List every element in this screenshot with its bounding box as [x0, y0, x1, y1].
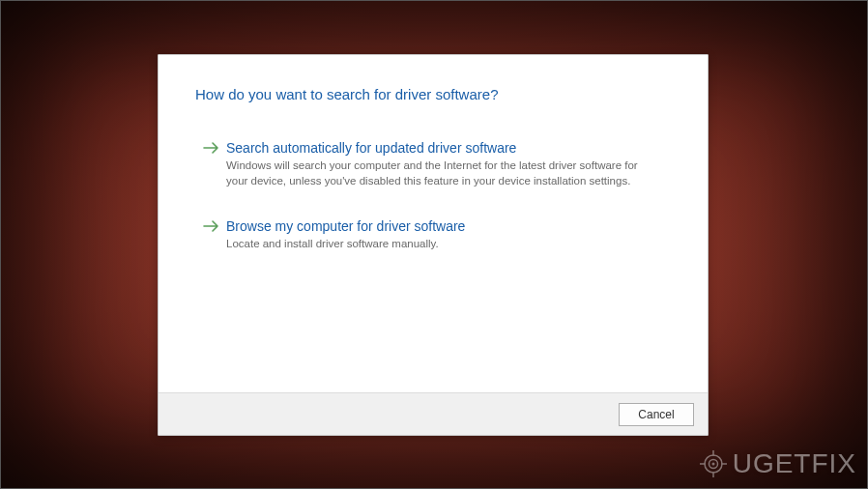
option-description: Locate and install driver software manua… — [226, 237, 651, 252]
option-text: Browse my computer for driver software L… — [222, 217, 671, 252]
option-title: Search automatically for updated driver … — [226, 139, 671, 157]
dialog-title: How do you want to search for driver sof… — [195, 86, 671, 102]
target-icon — [700, 450, 727, 477]
driver-update-dialog: How do you want to search for driver sof… — [158, 54, 709, 436]
watermark-text: UGETFIX — [733, 448, 856, 479]
dialog-footer: Cancel — [159, 392, 708, 435]
option-browse-computer[interactable]: Browse my computer for driver software L… — [195, 214, 671, 256]
option-description: Windows will search your computer and th… — [226, 158, 651, 188]
cancel-button[interactable]: Cancel — [619, 403, 694, 426]
arrow-right-icon — [203, 141, 222, 155]
option-title: Browse my computer for driver software — [226, 217, 671, 235]
watermark: UGETFIX — [700, 448, 856, 479]
svg-point-2 — [711, 463, 714, 466]
option-text: Search automatically for updated driver … — [222, 139, 671, 188]
arrow-right-icon — [203, 219, 222, 233]
dialog-body: How do you want to search for driver sof… — [159, 55, 708, 256]
option-search-automatically[interactable]: Search automatically for updated driver … — [195, 135, 671, 192]
